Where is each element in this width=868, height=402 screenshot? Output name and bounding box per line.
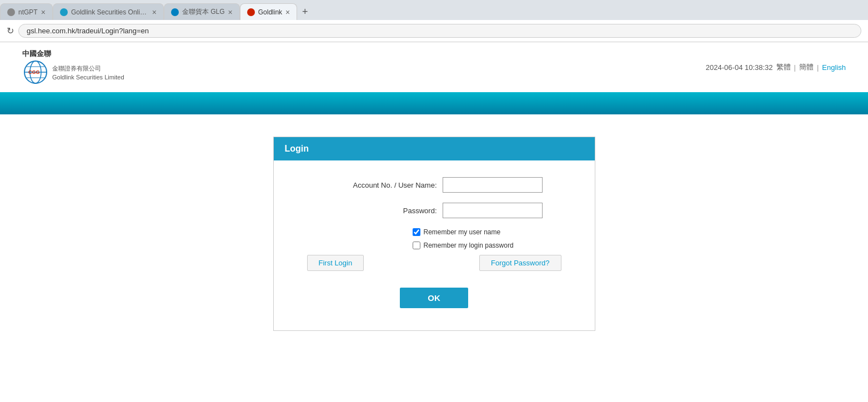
logo-globe-icon: CGG bbox=[22, 59, 49, 86]
header-right: 2024-06-04 10:38:32 繁體 | 簡體 | English bbox=[706, 62, 846, 72]
remember-password-row: Remember my login password bbox=[413, 242, 573, 249]
remember-password-label[interactable]: Remember my login password bbox=[424, 242, 514, 249]
account-row: Account No. / User Name: bbox=[296, 177, 573, 193]
nav-bar bbox=[0, 92, 868, 114]
login-header: Login bbox=[274, 137, 595, 160]
login-body: Account No. / User Name: Password: Remem… bbox=[274, 160, 595, 330]
svg-text:CGG: CGG bbox=[28, 69, 40, 75]
tab-goldlink-securities-label: Goldlink Securities Online U... bbox=[71, 8, 149, 16]
remember-username-label[interactable]: Remember my user name bbox=[424, 228, 501, 236]
browser-tabs: ntGPT × Goldlink Securities Online U... … bbox=[0, 0, 868, 20]
remember-username-checkbox[interactable] bbox=[413, 228, 420, 236]
separator-2: | bbox=[817, 63, 819, 72]
ok-button[interactable]: OK bbox=[400, 288, 468, 308]
ok-row: OK bbox=[296, 288, 573, 308]
header-datetime: 2024-06-04 10:38:32 bbox=[706, 63, 773, 72]
secondary-buttons-row: First Login Forgot Password? bbox=[296, 255, 573, 271]
tab-jlg-icon bbox=[171, 8, 179, 16]
logo-block: 中國金聯 CGG 金聯證券有限公司 Go bbox=[22, 49, 124, 86]
separator-1: | bbox=[794, 63, 796, 72]
logo-img-area: CGG 金聯證券有限公司 Goldlink Securities Limited bbox=[22, 59, 124, 86]
remember-password-checkbox[interactable] bbox=[413, 242, 420, 249]
logo-area: 中國金聯 CGG 金聯證券有限公司 Go bbox=[22, 49, 124, 86]
address-bar: ↻ bbox=[0, 20, 868, 42]
tab-goldlink-securities-close[interactable]: × bbox=[152, 8, 157, 17]
password-input[interactable] bbox=[443, 203, 543, 218]
lang-simplified-link[interactable]: 簡體 bbox=[799, 62, 814, 72]
tab-jlg[interactable]: 金聯貨本 GLG × bbox=[164, 3, 240, 20]
remember-username-row: Remember my user name bbox=[413, 228, 573, 236]
lang-english-link[interactable]: English bbox=[822, 63, 846, 72]
account-input[interactable] bbox=[443, 177, 543, 193]
password-row: Password: bbox=[296, 203, 573, 218]
login-title: Login bbox=[285, 144, 309, 153]
tab-goldlink-active-close[interactable]: × bbox=[285, 8, 290, 17]
account-label: Account No. / User Name: bbox=[326, 181, 443, 189]
lang-traditional-link[interactable]: 繁體 bbox=[776, 62, 791, 72]
forgot-password-button[interactable]: Forgot Password? bbox=[479, 255, 561, 271]
reload-icon[interactable]: ↻ bbox=[7, 26, 14, 36]
first-login-button[interactable]: First Login bbox=[307, 255, 364, 271]
tab-goldlink-securities-icon bbox=[60, 8, 68, 16]
tab-jlg-label: 金聯貨本 GLG bbox=[182, 7, 225, 17]
logo-subtitle-en: Goldlink Securities Limited bbox=[52, 74, 124, 81]
logo-name-block: 金聯證券有限公司 Goldlink Securities Limited bbox=[52, 64, 124, 81]
logo-cn-text: 中國金聯 bbox=[22, 49, 124, 59]
tab-goldlink-active[interactable]: Goldlink × bbox=[240, 3, 298, 20]
tab-ntgpt[interactable]: ntGPT × bbox=[0, 3, 53, 20]
tab-goldlink-active-icon bbox=[247, 8, 255, 16]
site-header: 中國金聯 CGG 金聯證券有限公司 Go bbox=[0, 42, 868, 92]
login-box: Login Account No. / User Name: Password:… bbox=[273, 137, 595, 331]
tab-goldlink-securities[interactable]: Goldlink Securities Online U... × bbox=[53, 3, 164, 20]
tab-ntgpt-icon bbox=[7, 8, 15, 16]
tab-ntgpt-close[interactable]: × bbox=[41, 8, 46, 17]
address-input[interactable] bbox=[18, 24, 861, 38]
new-tab-button[interactable]: + bbox=[297, 4, 313, 19]
password-label: Password: bbox=[326, 207, 443, 215]
main-area: Login Account No. / User Name: Password:… bbox=[0, 114, 868, 353]
tab-goldlink-active-label: Goldlink bbox=[258, 8, 282, 16]
logo-subtitle: 金聯證券有限公司 bbox=[52, 65, 101, 72]
tab-ntgpt-label: ntGPT bbox=[18, 8, 38, 16]
page-content: 中國金聯 CGG 金聯證券有限公司 Go bbox=[0, 42, 868, 402]
tab-jlg-close[interactable]: × bbox=[228, 8, 233, 17]
